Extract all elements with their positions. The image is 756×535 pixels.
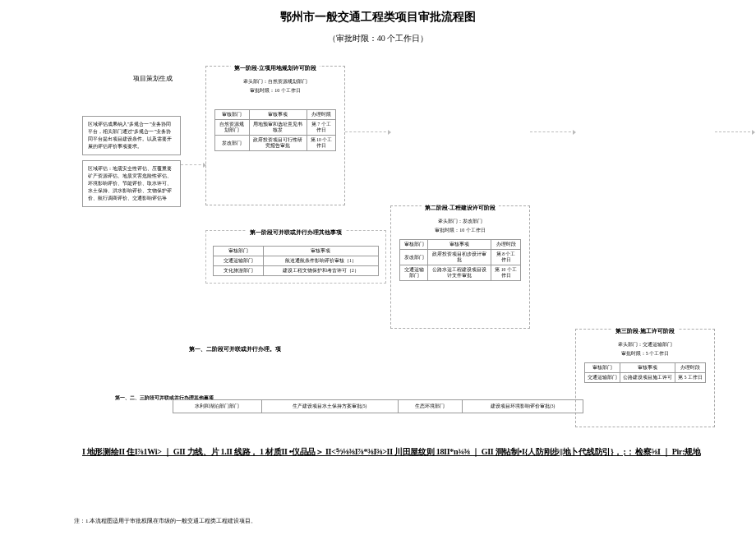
planning-box-1: 区域评估成果纳入"多规合一"业务协同平台，相关部门通过"多规合一"业务协同平台提…	[82, 116, 181, 155]
stage-3-lead: 牵头部门：交通运输部门	[584, 341, 706, 348]
stage-1-sub-table: 审核部门审核事项 交通运输部门航道通航条件影响评价审核（1） 文化旅游部门建设工…	[213, 246, 379, 276]
arrow-12	[345, 131, 390, 132]
page-title: 鄂州市一般交通工程类项目审批流程图	[0, 0, 756, 25]
stage-2-table: 审核部门审核事项办理时段 发改部门政府投资项目初步设计审批第 8 个工作日 交通…	[399, 239, 521, 281]
stage-3-time: 审批时限：5 个工作日	[584, 350, 706, 357]
stage-1-table: 审核部门审核事项办理时限 自然资源规划部门用地预审和选址意见书核发第 7 个工作…	[214, 109, 336, 151]
garbled-text: I 地形测绘II 住I⅞1Wi> ｜ GII 力线、片 1.II 线路， 1 材…	[82, 444, 707, 460]
bottom-table: 水利和湖泊部门部门 生产建设项目水土保持方案审批(5) 生态环境部门 建设项目环…	[173, 394, 583, 413]
stage-1-time: 审批时限：10 个工作日	[214, 87, 336, 95]
planning-box-2: 区域评估：地震安全性评估、压覆重要矿产资源评估、地质灾害危险性评估、环境影响评价…	[82, 160, 181, 207]
note-1: 第一、二阶段可并联或并行办理。项	[189, 345, 281, 353]
stage-3: 第三阶段-施工许可阶段 牵头部门：交通运输部门 审批时限：5 个工作日 审核部门…	[575, 329, 715, 427]
arrow-01	[181, 164, 205, 165]
stage-2-time: 审批时限：10 个工作日	[399, 227, 521, 234]
flowchart: 项目策划生成 区域评估成果纳入"多规合一"业务协同平台，相关部门通过"多规合一"…	[82, 58, 756, 304]
stage-1-sub: 第一阶段可并联或并行办理其他事项 审核部门审核事项 交通运输部门航道通航条件影响…	[205, 230, 386, 284]
stage-2-lead: 牵头部门：发改部门	[399, 218, 521, 225]
footnote: 注：1.本流程图适用于审批权限在市级的一般交通工程类工程建设项目。	[74, 517, 256, 525]
stage-2-title: 第二阶段-工程建设许可阶段	[422, 204, 499, 212]
page-subtitle: （审批时限：40 个工作日）	[0, 33, 756, 44]
stage-3-table: 审核部门审核事项办理时段 交通运输部门公路建设项目施工许可第 5 工作日	[584, 362, 706, 383]
stage-1-sub-title: 第一阶段可并联或并行办理其他事项	[247, 228, 345, 237]
arrow-23	[530, 131, 575, 132]
stage-1-lead: 牵头部门：自然资源规划部门	[214, 78, 336, 85]
stage-3-title: 第三阶段-施工许可阶段	[612, 327, 678, 335]
col-planning: 项目策划生成 区域评估成果纳入"多规合一"业务协同平台，相关部门通过"多规合一"…	[82, 58, 181, 207]
planning-label: 项目策划生成	[82, 74, 173, 83]
stage-2: 第二阶段-工程建设许可阶段 牵头部门：发改部门 审批时限：10 个工作日 审核部…	[390, 205, 530, 329]
arrow-34	[715, 131, 754, 132]
stage-1-title: 第一阶段-立项用地规划许可阶段	[231, 64, 320, 72]
stage-1: 第一阶段-立项用地规划许可阶段 牵头部门：自然资源规划部门 审批时限：10 个工…	[205, 66, 345, 205]
